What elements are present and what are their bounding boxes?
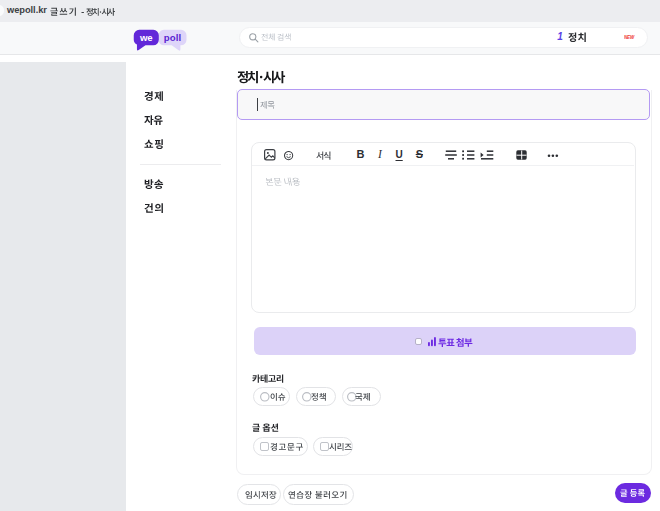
svg-text:we: we xyxy=(139,32,153,43)
svg-text:poll: poll xyxy=(164,32,181,43)
